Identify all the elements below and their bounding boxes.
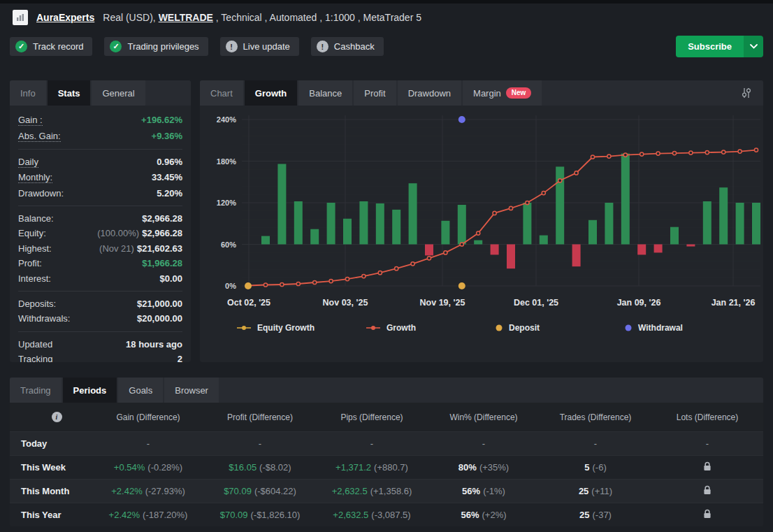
growth-line-marker[interactable] [526,201,529,204]
growth-line-marker[interactable] [395,267,398,271]
growth-bar-negative[interactable] [686,245,695,247]
tab-profit[interactable]: Profit [354,80,396,106]
deposit-marker[interactable] [458,282,465,289]
tab-general[interactable]: General [92,80,145,106]
stat-label[interactable]: Daily [18,157,38,168]
growth-line-marker[interactable] [689,151,693,154]
account-name-link[interactable]: AuraExperts [36,12,94,23]
growth-line-marker[interactable] [477,231,480,235]
growth-bar-negative[interactable] [654,245,663,253]
growth-bar-positive[interactable] [736,203,744,245]
growth-bar-positive[interactable] [523,203,531,245]
growth-line-marker[interactable] [738,150,742,153]
growth-line-marker[interactable] [460,243,463,246]
tab-balance[interactable]: Balance [298,80,352,106]
badge-cashback[interactable]: !Cashback [311,37,384,56]
account-avatar[interactable] [13,10,28,25]
growth-bar-positive[interactable] [752,203,760,245]
growth-bar-positive[interactable] [310,229,319,245]
growth-bar-negative[interactable] [507,245,515,269]
tab-trading[interactable]: Trading [10,378,62,403]
growth-line-marker[interactable] [378,271,382,275]
growth-line-marker[interactable] [558,179,562,182]
growth-line-marker[interactable] [591,155,594,159]
legend-item-growth[interactable]: Growth [366,323,495,333]
badge-live-update[interactable]: !Live update [220,37,299,56]
chart-settings-button[interactable] [739,80,763,106]
growth-bar-positive[interactable] [474,240,482,245]
growth-line-marker[interactable] [509,206,512,210]
growth-bar-positive[interactable] [588,220,597,245]
info-icon[interactable]: i [52,412,62,422]
tab-browser[interactable]: Browser [164,378,219,403]
growth-line-marker[interactable] [754,148,758,152]
growth-line-marker[interactable] [656,152,660,155]
growth-bar-positive[interactable] [540,236,548,245]
growth-line-marker[interactable] [493,211,496,215]
growth-line-marker[interactable] [672,152,676,155]
growth-line-marker[interactable] [607,154,611,158]
growth-bar-positive[interactable] [605,203,613,245]
growth-bar-negative[interactable] [425,245,433,256]
growth-bar-positive[interactable] [376,203,384,245]
growth-line-marker[interactable] [623,153,627,157]
tab-margin[interactable]: MarginNew [463,80,542,106]
growth-line-marker[interactable] [640,152,644,156]
stat-label[interactable]: Gain : [18,115,43,126]
growth-bar-positive[interactable] [703,201,711,245]
subscribe-split-button[interactable]: Subscribe [676,36,763,57]
growth-line-marker[interactable] [313,280,317,284]
tab-info[interactable]: Info [10,80,46,106]
growth-bar-negative[interactable] [491,245,499,255]
growth-bar-positive[interactable] [621,154,630,245]
growth-line-marker[interactable] [411,262,414,266]
growth-bar-positive[interactable] [294,201,303,245]
growth-chart[interactable]: 0%60%120%180%240%Oct 02, '25Nov 03, '25N… [203,110,763,315]
growth-bar-positive[interactable] [670,227,679,245]
growth-line-marker[interactable] [296,282,300,285]
badge-track-record[interactable]: ✓Track record [10,37,92,56]
stat-value-main: $0.00 [159,273,182,284]
deposit-marker[interactable] [245,282,252,289]
stat-label[interactable]: Monthly: [18,172,52,183]
legend-item-equity-growth[interactable]: Equity Growth [236,323,366,333]
broker-link[interactable]: WELTRADE [159,12,213,23]
growth-line-marker[interactable] [263,283,267,287]
growth-line-marker[interactable] [542,192,545,195]
growth-bar-negative[interactable] [637,245,646,255]
growth-bar-positive[interactable] [359,201,368,245]
growth-bar-positive[interactable] [458,205,466,245]
subscribe-dropdown-button[interactable] [744,36,763,57]
growth-bar-negative[interactable] [572,245,581,267]
growth-line-marker[interactable] [345,278,349,281]
growth-line-marker[interactable] [427,257,431,260]
tab-chart[interactable]: Chart [200,80,243,106]
growth-line-marker[interactable] [444,251,447,254]
legend-item-deposit[interactable]: Deposit [495,323,624,333]
growth-line[interactable] [248,150,756,286]
tab-growth[interactable]: Growth [245,80,298,106]
growth-bar-positive[interactable] [327,203,335,245]
growth-bar-positive[interactable] [261,236,270,245]
tab-goals[interactable]: Goals [118,378,163,403]
growth-line-marker[interactable] [280,282,284,286]
growth-bar-positive[interactable] [441,221,449,245]
growth-bar-positive[interactable] [719,187,728,244]
tab-periods[interactable]: Periods [63,378,117,403]
growth-bar-positive[interactable] [277,164,286,245]
growth-line-marker[interactable] [722,150,725,154]
tab-stats[interactable]: Stats [48,80,91,106]
growth-bar-positive[interactable] [343,219,352,245]
stat-label[interactable]: Abs. Gain: [18,131,61,142]
growth-line-marker[interactable] [329,280,333,283]
growth-bar-positive[interactable] [409,183,417,244]
tab-drawdown[interactable]: Drawdown [398,80,461,106]
growth-line-marker[interactable] [362,275,366,278]
growth-bar-positive[interactable] [392,210,400,245]
withdrawal-marker[interactable] [458,116,465,123]
subscribe-button[interactable]: Subscribe [676,36,744,57]
growth-line-marker[interactable] [575,171,578,175]
legend-item-withdrawal[interactable]: Withdrawal [624,323,753,333]
growth-line-marker[interactable] [705,151,709,154]
badge-trading-privileges[interactable]: ✓Trading privileges [104,37,208,56]
